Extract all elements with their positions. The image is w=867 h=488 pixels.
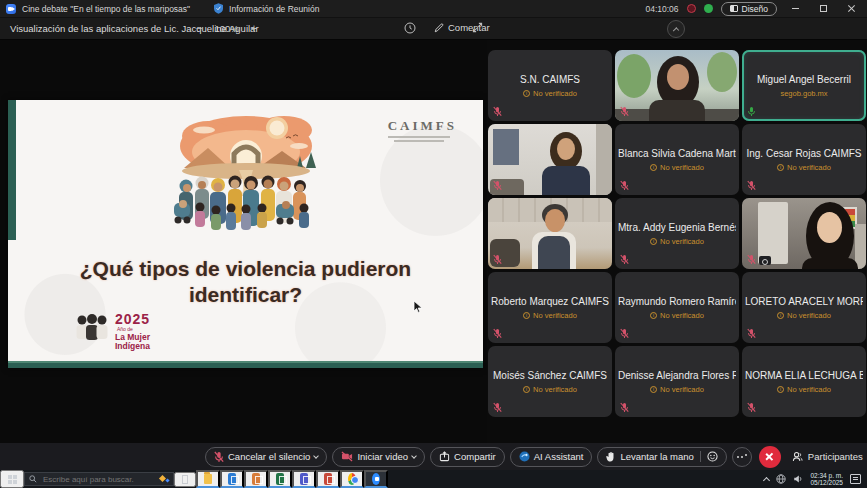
file-explorer-icon[interactable] <box>196 470 220 488</box>
participant-tile[interactable]: Roberto Marquez CAIMFSNo verificado <box>488 272 612 343</box>
participant-status: No verificado <box>650 311 704 320</box>
red-app-icon[interactable] <box>316 470 340 488</box>
participant-tile[interactable] <box>488 198 612 269</box>
meeting-title: Cine debate "En el tiempo de las maripos… <box>22 4 190 14</box>
meeting-toolbar: Cancelar el silencio Iniciar video Compa… <box>0 443 867 470</box>
unmute-button[interactable]: Cancelar el silencio <box>205 447 327 467</box>
zoom-in-button[interactable]: + <box>251 22 257 34</box>
session-timer-icon[interactable] <box>404 22 416 34</box>
chevron-down-icon[interactable] <box>411 453 417 459</box>
search-input[interactable] <box>41 474 156 485</box>
shield-icon <box>214 3 223 14</box>
participant-status: No verificado <box>523 385 577 394</box>
participant-tile[interactable] <box>488 124 612 195</box>
participant-status: No verificado <box>650 163 704 172</box>
blue-app-icon[interactable] <box>220 470 244 488</box>
mail-app-icon[interactable] <box>244 470 268 488</box>
leave-meeting-button[interactable] <box>759 446 781 468</box>
expand-icon[interactable] <box>472 22 483 33</box>
spreadsheet-app-icon[interactable] <box>268 470 292 488</box>
participant-status: segob.gob.mx <box>780 89 827 98</box>
meeting-info-link[interactable]: Información de Reunión <box>229 4 319 14</box>
collapse-videos-button[interactable] <box>667 20 685 38</box>
camera-indicator-icon <box>704 4 713 13</box>
info-icon <box>650 312 657 319</box>
info-icon <box>523 386 530 393</box>
red-app-icon <box>324 473 332 485</box>
participants-button[interactable]: Participantes <box>786 450 867 463</box>
zoom-out-button[interactable]: − <box>196 22 202 34</box>
task-view-icon[interactable] <box>174 472 196 487</box>
video-torso <box>542 166 590 195</box>
share-button[interactable]: Compartir <box>430 447 505 467</box>
participant-status-text: No verificado <box>787 311 831 320</box>
badge-year: 2025 <box>115 312 150 326</box>
chevron-down-icon[interactable] <box>314 453 320 459</box>
participant-status-text: No verificado <box>533 385 577 394</box>
close-button[interactable] <box>841 2 861 16</box>
meeting-timer: 04:10:06 <box>645 4 678 14</box>
participant-tile[interactable]: S.N. CAIMFSNo verificado <box>488 50 612 121</box>
participant-tile[interactable] <box>742 198 866 269</box>
participant-name: NORMA ELIA LECHUGA BAS... <box>745 370 863 381</box>
design-button[interactable]: Diseño <box>721 2 777 16</box>
minimize-button[interactable] <box>785 2 805 16</box>
slide-title: ¿Qué tipos de violencia pudieron identif… <box>8 256 483 308</box>
speaker-icon[interactable] <box>793 474 803 484</box>
notebook-app-icon[interactable] <box>292 470 316 488</box>
start-button[interactable] <box>0 470 24 488</box>
mic-muted-icon <box>620 180 629 191</box>
windows-taskbar: 02:34 p. m. 05/12/2025 <box>0 470 867 488</box>
video-face <box>557 138 575 160</box>
info-icon <box>650 238 657 245</box>
x-icon <box>766 453 773 460</box>
participant-tile[interactable]: Ing. Cesar Rojas CAIMFSNo verificado <box>742 124 866 195</box>
network-globe-icon[interactable] <box>776 474 786 484</box>
notification-center-icon[interactable] <box>850 474 861 484</box>
participant-grid: S.N. CAIMFSNo verificadoMiguel Angel Bec… <box>487 40 867 417</box>
taskbar-clock[interactable]: 02:34 p. m. 05/12/2025 <box>810 472 843 487</box>
chrome-icon[interactable] <box>340 470 364 488</box>
participant-tile[interactable]: Miguel Angel Becerrilsegob.gob.mx <box>742 50 866 121</box>
participants-label: Participantes <box>808 451 863 462</box>
pen-icon <box>434 23 444 33</box>
participant-status-text: No verificado <box>533 89 577 98</box>
ai-assistant-icon <box>519 451 530 462</box>
year-badge-text: 2025 Año de La Mujer Indígena <box>115 312 150 350</box>
slide-title-line1: ¿Qué tipos de violencia pudieron <box>8 256 483 282</box>
mic-muted-icon <box>747 328 756 339</box>
raise-hand-button[interactable]: Levantar la mano <box>597 447 726 467</box>
participant-name: Roberto Marquez CAIMFS <box>491 296 609 307</box>
zoom-app-icon[interactable] <box>364 470 388 488</box>
participant-status-text: No verificado <box>660 385 704 394</box>
participant-name: Miguel Angel Becerril <box>757 74 851 85</box>
tray-expand-icon[interactable] <box>763 476 770 483</box>
participant-status-text: segob.gob.mx <box>780 89 827 98</box>
more-options-button[interactable] <box>732 447 752 467</box>
start-video-button[interactable]: Iniciar video <box>332 447 425 467</box>
comment-button[interactable]: Comentar <box>428 21 496 34</box>
participant-status: No verificado <box>777 385 831 394</box>
share-screen-icon <box>439 451 450 462</box>
shared-screen: CAIMFS <box>0 40 487 443</box>
raise-hand-icon <box>606 451 616 463</box>
mic-muted-icon <box>620 254 629 265</box>
mic-muted-icon <box>620 328 629 339</box>
participant-tile[interactable]: Denisse Alejandra Flores Ros...No verifi… <box>615 346 739 417</box>
year-badge: 2025 Año de La Mujer Indígena <box>74 312 150 350</box>
participant-tile[interactable]: NORMA ELIA LECHUGA BAS...No verificado <box>742 346 866 417</box>
participant-tile[interactable]: LORETO ARACELY MORRIS ...No verificado <box>742 272 866 343</box>
meeting-app-icon <box>6 4 16 14</box>
participant-tile[interactable]: Moisés Sánchez CAIMFSNo verificado <box>488 346 612 417</box>
participant-tile[interactable]: Blanca Silvia Cadena Martine...No verifi… <box>615 124 739 195</box>
taskbar-search[interactable] <box>24 472 174 486</box>
participant-status-text: No verificado <box>787 385 831 394</box>
participant-tile[interactable]: Mtra. Addy Eugenia Bernés ...No verifica… <box>615 198 739 269</box>
participant-tile[interactable]: Raymundo Romero Ramírez...No verificado <box>615 272 739 343</box>
reactions-smiley-icon[interactable] <box>707 451 718 462</box>
mic-muted-icon <box>493 180 502 191</box>
video-torso <box>649 100 705 121</box>
participant-tile[interactable] <box>615 50 739 121</box>
maximize-button[interactable] <box>813 2 833 16</box>
ai-assistant-button[interactable]: AI Assistant <box>510 447 593 467</box>
